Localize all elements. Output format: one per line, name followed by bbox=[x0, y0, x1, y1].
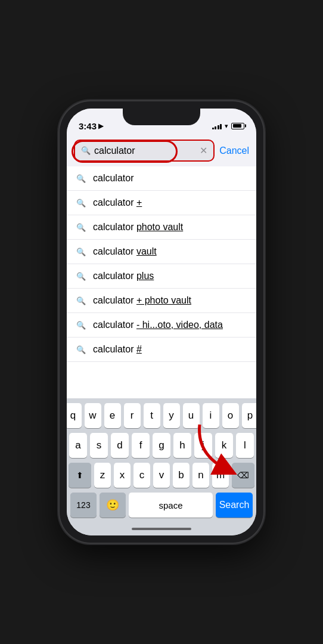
suggestion-text: calculator bbox=[93, 173, 133, 184]
key-l[interactable]: l bbox=[236, 433, 254, 458]
key-f[interactable]: f bbox=[132, 433, 150, 458]
delete-key[interactable]: ⌫ bbox=[232, 463, 254, 488]
suggestion-text: calculator - hi...oto, video, data bbox=[93, 320, 223, 330]
suggestion-item[interactable]: 🔍calculator vault bbox=[67, 240, 256, 264]
suggestion-text: calculator vault bbox=[93, 246, 157, 257]
keyboard-row-3: ⬆ z x c v b n m ⌫ bbox=[69, 463, 254, 488]
suggestion-text: calculator # bbox=[93, 344, 142, 355]
suggestion-item[interactable]: 🔍calculator + photo vault bbox=[67, 289, 256, 313]
suggestion-item[interactable]: 🔍calculator # bbox=[67, 338, 256, 362]
numbers-key[interactable]: 123 bbox=[70, 493, 97, 518]
keyboard: q w e r t y u i o p a s d f g h j k l bbox=[67, 398, 256, 522]
key-u[interactable]: u bbox=[183, 403, 200, 428]
key-r[interactable]: r bbox=[124, 403, 141, 428]
home-bar bbox=[132, 528, 191, 530]
search-icon: 🔍 bbox=[76, 321, 86, 330]
key-s[interactable]: s bbox=[90, 433, 108, 458]
keyboard-bottom-row: 123 🙂 space Search bbox=[69, 493, 254, 518]
search-icon: 🔍 bbox=[76, 272, 86, 281]
key-o[interactable]: o bbox=[222, 403, 239, 428]
search-icon: 🔍 bbox=[81, 146, 91, 155]
key-c[interactable]: c bbox=[133, 463, 150, 488]
key-i[interactable]: i bbox=[203, 403, 219, 428]
search-icon: 🔍 bbox=[76, 247, 86, 256]
location-icon: ▶ bbox=[98, 122, 103, 130]
search-icon: 🔍 bbox=[76, 345, 86, 354]
clear-button[interactable]: ✕ bbox=[200, 145, 207, 156]
key-h[interactable]: h bbox=[173, 433, 191, 458]
key-m[interactable]: m bbox=[212, 463, 229, 488]
key-g[interactable]: g bbox=[153, 433, 170, 458]
search-area: 🔍 calculator ✕ Cancel bbox=[67, 135, 256, 166]
suggestion-item[interactable]: 🔍calculator photo vault bbox=[67, 215, 256, 240]
key-t[interactable]: t bbox=[144, 403, 160, 428]
key-y[interactable]: y bbox=[163, 403, 180, 428]
space-key[interactable]: space bbox=[129, 493, 213, 518]
keyboard-row-2: a s d f g h j k l bbox=[69, 433, 254, 458]
suggestion-text: calculator + bbox=[93, 197, 142, 208]
key-k[interactable]: k bbox=[215, 433, 233, 458]
key-b[interactable]: b bbox=[173, 463, 190, 488]
home-indicator bbox=[67, 522, 256, 535]
emoji-key[interactable]: 🙂 bbox=[100, 493, 126, 518]
notch bbox=[123, 109, 200, 125]
key-d[interactable]: d bbox=[111, 433, 129, 458]
search-input[interactable]: calculator bbox=[94, 145, 200, 156]
phone-frame: 3:43 ▶ ▾ 🔍 calculator ✕ Cancel bbox=[60, 101, 263, 543]
phone-screen: 3:43 ▶ ▾ 🔍 calculator ✕ Cancel bbox=[67, 109, 256, 535]
key-w[interactable]: w bbox=[85, 403, 101, 428]
status-time: 3:43 ▶ bbox=[79, 121, 103, 131]
search-input-wrapper[interactable]: 🔍 calculator ✕ bbox=[74, 140, 215, 162]
suggestion-item[interactable]: 🔍calculator bbox=[67, 166, 256, 191]
suggestion-item[interactable]: 🔍calculator plus bbox=[67, 264, 256, 289]
key-a[interactable]: a bbox=[69, 433, 87, 458]
search-icon: 🔍 bbox=[76, 223, 86, 232]
suggestion-text: calculator photo vault bbox=[93, 222, 183, 233]
wifi-icon: ▾ bbox=[225, 122, 228, 130]
signal-icon bbox=[212, 123, 222, 129]
key-p[interactable]: p bbox=[242, 403, 257, 428]
search-icon: 🔍 bbox=[76, 199, 86, 208]
key-q[interactable]: q bbox=[67, 403, 82, 428]
status-icons: ▾ bbox=[212, 122, 245, 130]
cancel-button[interactable]: Cancel bbox=[219, 145, 249, 156]
search-button[interactable]: Search bbox=[216, 493, 253, 518]
suggestions-list: 🔍calculator🔍calculator +🔍calculator phot… bbox=[67, 166, 256, 398]
suggestion-text: calculator plus bbox=[93, 271, 154, 281]
key-z[interactable]: z bbox=[94, 463, 111, 488]
suggestion-item[interactable]: 🔍calculator + bbox=[67, 191, 256, 215]
search-icon: 🔍 bbox=[76, 296, 86, 305]
key-v[interactable]: v bbox=[153, 463, 170, 488]
key-j[interactable]: j bbox=[194, 433, 212, 458]
search-icon: 🔍 bbox=[76, 174, 86, 183]
key-e[interactable]: e bbox=[104, 403, 121, 428]
key-n[interactable]: n bbox=[192, 463, 209, 488]
suggestion-item[interactable]: 🔍calculator - hi...oto, video, data bbox=[67, 313, 256, 338]
battery-icon bbox=[231, 123, 244, 129]
suggestion-text: calculator + photo vault bbox=[93, 295, 191, 306]
key-x[interactable]: x bbox=[114, 463, 131, 488]
shift-key[interactable]: ⬆ bbox=[69, 463, 91, 488]
keyboard-row-1: q w e r t y u i o p bbox=[69, 403, 254, 428]
